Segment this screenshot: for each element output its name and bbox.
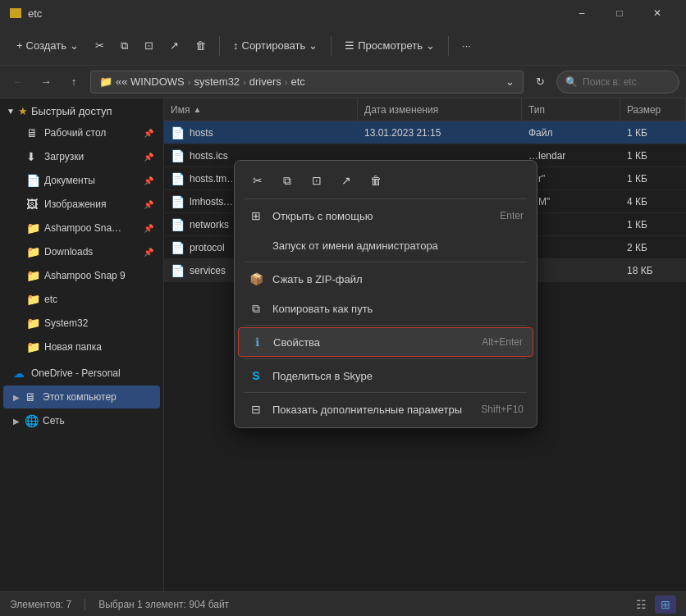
sidebar-item-label-documents: Документы (44, 175, 139, 186)
refresh-button[interactable]: ↻ (528, 71, 551, 94)
sidebar-item-network[interactable]: ▶ 🌐 Сеть (3, 409, 160, 432)
copy-path-icon: ⧉ (248, 302, 264, 316)
sidebar-item-ashampoo9[interactable]: 📁 Ashampoo Snap 9 (3, 264, 160, 287)
sort-asc-icon: ▲ (193, 105, 201, 114)
sidebar-item-desktop[interactable]: 🖥 Рабочий стол 📌 (3, 121, 160, 144)
header-date[interactable]: Дата изменения (358, 98, 522, 121)
ctx-cut-button[interactable]: ✂ (245, 167, 271, 194)
more-button[interactable]: ··· (455, 31, 478, 61)
downloads-icon: ⬇ (26, 150, 39, 163)
sidebar-item-label-desktop: Рабочий стол (44, 127, 139, 139)
search-input[interactable] (583, 76, 665, 88)
sidebar-item-downloads[interactable]: ⬇ Загрузки 📌 (3, 145, 160, 168)
sidebar-item-etc[interactable]: 📁 etc (3, 288, 160, 311)
ctx-paste-button[interactable]: ⊡ (304, 167, 330, 194)
sidebar-item-label-this-pc: Этот компьютер (43, 391, 153, 403)
file-size: 1 КБ (627, 219, 647, 230)
context-menu-divider (245, 198, 527, 199)
forward-button[interactable]: → (34, 71, 57, 94)
cut-button[interactable]: ✂ (89, 31, 111, 61)
ctx-shortcut-show-more: Shift+F10 (481, 404, 524, 415)
header-size[interactable]: Размер (620, 98, 686, 121)
address-path[interactable]: 📁 «« WINDOWS › system32 › drivers › etc … (90, 71, 524, 94)
ctx-item-run-admin[interactable]: Запуск от имени администратора (238, 230, 533, 260)
file-type: Файл (528, 127, 553, 139)
sidebar-item-system32[interactable]: 📁 System32 (3, 312, 160, 335)
file-size: 1 КБ (627, 150, 647, 162)
back-button[interactable]: ← (7, 71, 30, 94)
header-type[interactable]: Тип (522, 98, 620, 121)
ctx-item-show-more[interactable]: ⊟ Показать дополнительные параметры Shif… (238, 395, 533, 424)
sidebar-item-label-dl2: Downloads (44, 246, 139, 258)
file-size-cell: 18 КБ (620, 265, 686, 276)
zip-icon: 📦 (248, 272, 264, 285)
header-name[interactable]: Имя ▲ (164, 98, 358, 121)
ctx-item-label-properties: Свойства (273, 336, 473, 349)
file-icon: 📄 (171, 172, 185, 185)
minimize-button[interactable]: – (563, 0, 601, 26)
network-icon: 🌐 (25, 414, 38, 427)
file-icon: 📄 (171, 126, 185, 139)
ctx-item-zip[interactable]: 📦 Сжать в ZIP-файл (238, 264, 533, 294)
file-name: services (190, 265, 226, 276)
sidebar-item-documents[interactable]: 📄 Документы 📌 (3, 169, 160, 192)
ctx-shortcut-open-with: Enter (500, 210, 524, 221)
paste-button[interactable]: ⊡ (138, 31, 160, 61)
maximize-button[interactable]: □ (601, 0, 638, 26)
grid-view-button[interactable]: ⊞ (655, 595, 676, 614)
ctx-item-label-skype: Поделиться в Skype (272, 370, 515, 382)
sidebar-item-onedrive[interactable]: ☁ OneDrive - Personal (3, 362, 160, 385)
sort-icon: ↕ (233, 39, 239, 52)
paste-icon: ⊡ (312, 174, 322, 187)
ctx-item-copy-path[interactable]: ⧉ Копировать как путь (238, 294, 533, 323)
window-title: etc (28, 7, 42, 20)
list-view-button[interactable]: ☷ (630, 595, 652, 614)
copy-button[interactable]: ⧉ (114, 31, 135, 61)
sort-button[interactable]: ↕ Сортировать ⌄ (226, 31, 324, 61)
create-button[interactable]: + Создать ⌄ (10, 31, 85, 61)
ctx-copy-button[interactable]: ⧉ (274, 167, 300, 194)
sidebar-item-new-folder[interactable]: 📁 Новая папка (3, 335, 160, 358)
toolbar-separator (219, 36, 220, 56)
context-menu-divider-3 (245, 325, 527, 326)
onedrive-icon: ☁ (13, 367, 26, 380)
file-size-cell: 1 КБ (620, 219, 686, 230)
chevron-right-icon: ▶ (13, 393, 20, 402)
ctx-share-button[interactable]: ↗ (333, 167, 359, 194)
toolbar-separator-3 (448, 36, 449, 56)
context-menu-toolbar: ✂ ⧉ ⊡ ↗ 🗑 (238, 164, 533, 197)
sidebar-item-label-network: Сеть (43, 415, 153, 427)
path-system32: system32 (194, 75, 240, 88)
folder-icon-sys32: 📁 (26, 317, 39, 330)
file-size-cell: 4 КБ (620, 196, 686, 208)
file-name: hosts.ics (190, 150, 228, 162)
sidebar-item-label-new: Новая папка (44, 341, 153, 353)
share-button[interactable]: ↗ (163, 31, 185, 61)
ctx-delete-button[interactable]: 🗑 (363, 167, 389, 194)
sidebar-item-downloads2[interactable]: 📁 Downloads 📌 (3, 240, 160, 263)
ctx-item-label-show-more: Показать дополнительные параметры (272, 404, 473, 416)
properties-icon: ℹ (249, 335, 265, 349)
search-box[interactable]: 🔍 (556, 71, 679, 94)
close-button[interactable]: ✕ (638, 0, 676, 26)
delete-button[interactable]: 🗑 (189, 31, 213, 61)
sidebar-item-ashampoo-snap[interactable]: 📁 Ashampoo Sna… 📌 (3, 217, 160, 240)
skype-icon: S (248, 369, 264, 382)
up-button[interactable]: ↑ (62, 71, 85, 94)
sort-label: Сортировать (242, 39, 306, 52)
search-icon: 🔍 (565, 76, 578, 88)
ctx-item-open-with[interactable]: ⊞ Открыть с помощью Enter (238, 201, 533, 230)
file-size: 4 КБ (627, 196, 647, 208)
quick-access-header[interactable]: ▼ ★ Быстрый доступ (0, 102, 163, 121)
sidebar-item-images[interactable]: 🖼 Изображения 📌 (3, 193, 160, 216)
sidebar-item-this-pc[interactable]: ▶ 🖥 Этот компьютер (3, 386, 160, 408)
cut-icon: ✂ (253, 174, 263, 187)
images-icon: 🖼 (26, 198, 39, 211)
file-row[interactable]: 📄 hosts 13.01.2023 21:15 Файл 1 КБ (164, 121, 686, 144)
ctx-item-skype[interactable]: S Поделиться в Skype (238, 361, 533, 390)
chevron-down-icon: ▼ (7, 107, 15, 116)
file-size: 1 КБ (627, 173, 647, 185)
ctx-item-properties[interactable]: ℹ Свойства Alt+Enter (238, 327, 533, 357)
file-size: 1 КБ (627, 127, 647, 139)
view-button[interactable]: ☰ Просмотреть ⌄ (338, 31, 441, 61)
